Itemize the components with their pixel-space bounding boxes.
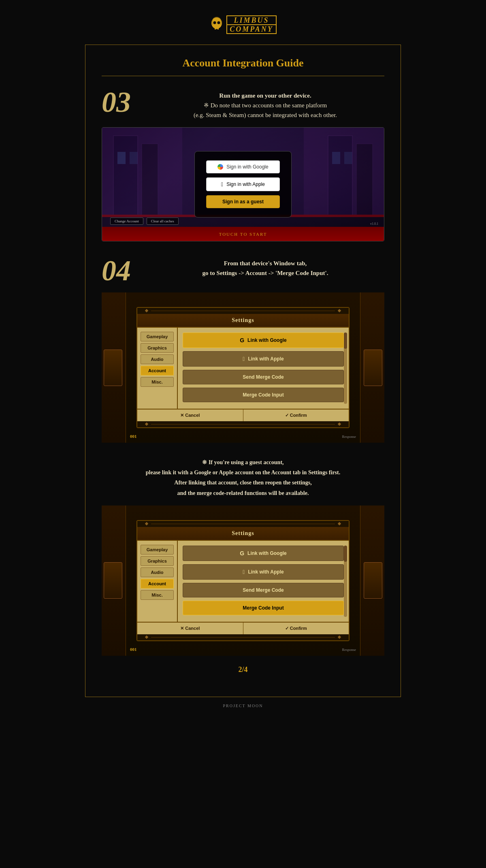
google-g-icon-1: G bbox=[240, 337, 244, 343]
settings-bottom-deco bbox=[137, 421, 349, 427]
cancel-btn-1[interactable]: ✕ Cancel bbox=[137, 409, 243, 421]
clear-caches-btn[interactable]: Clear all caches bbox=[147, 218, 179, 225]
change-account-btn[interactable]: Change Account bbox=[110, 218, 143, 225]
settings-main-1: G Link with Google  Link with Apple Sen… bbox=[178, 328, 349, 409]
note-line4: and the merge code-related functions wil… bbox=[102, 488, 384, 498]
settings-title-2: Settings bbox=[137, 527, 349, 541]
deco-diamond-3 bbox=[145, 422, 148, 426]
note-line3: After linking that account, close then r… bbox=[102, 478, 384, 488]
settings-content-2: Gameplay Graphics Audio Account Misc. G … bbox=[137, 541, 349, 622]
sidebar-audio-1[interactable]: Audio bbox=[141, 354, 174, 364]
confirm-btn-1[interactable]: ✓ Confirm bbox=[243, 409, 349, 421]
svg-rect-6 bbox=[214, 26, 220, 27]
sidebar-misc-2[interactable]: Misc. bbox=[141, 590, 174, 600]
sidebar-account-2[interactable]: Account bbox=[141, 579, 174, 589]
login-screen: Sign in with Google  Sign in with Apple… bbox=[102, 128, 384, 241]
svg-point-2 bbox=[217, 21, 220, 24]
right-deco-2 bbox=[360, 505, 384, 656]
response-2: Response bbox=[342, 648, 356, 652]
settings-scroll-2: G Link with Google  Link with Apple Sen… bbox=[183, 546, 344, 617]
left-deco bbox=[102, 292, 126, 443]
cancel-btn-2[interactable]: ✕ Cancel bbox=[137, 623, 243, 634]
link-google-label-2: Link with Google bbox=[247, 550, 287, 556]
send-merge-label-1: Send Merge Code bbox=[243, 374, 284, 380]
sidebar-graphics-2[interactable]: Graphics bbox=[141, 556, 174, 566]
login-modal: Sign in with Google  Sign in with Apple… bbox=[194, 151, 292, 218]
send-merge-btn-2[interactable]: Send Merge Code bbox=[183, 583, 344, 597]
deco-diamond-2 bbox=[338, 309, 341, 312]
step-03-line1: Run the game on your other device. bbox=[146, 91, 384, 100]
sidebar-audio-2[interactable]: Audio bbox=[141, 567, 174, 577]
step-03-line2: ※ Do note that two accounts on the same … bbox=[146, 100, 384, 110]
deco-line bbox=[151, 311, 335, 311]
note-line2: please link it with a Google or Apple ac… bbox=[102, 467, 384, 478]
skull-icon bbox=[209, 16, 224, 34]
header: LIMBUS COMPANY bbox=[73, 8, 413, 38]
merge-input-btn-2[interactable]: Merge Code Input bbox=[183, 601, 344, 615]
send-merge-label-2: Send Merge Code bbox=[243, 587, 284, 593]
settings-main-2: G Link with Google  Link with Apple Sen… bbox=[178, 541, 349, 622]
svg-rect-14 bbox=[117, 152, 126, 164]
footer-brand: PROJECT MOON bbox=[73, 704, 413, 708]
response-1: Response bbox=[342, 435, 356, 439]
link-google-btn-2[interactable]: G Link with Google bbox=[183, 546, 344, 561]
step-04-text: From that device's Window tab, go to Set… bbox=[146, 256, 384, 278]
apple-icon-1:  bbox=[243, 356, 245, 362]
settings-sidebar-1: Gameplay Graphics Audio Account Misc. bbox=[137, 328, 178, 409]
link-google-btn-1[interactable]: G Link with Google bbox=[183, 333, 344, 348]
scrollbar-thumb-1 bbox=[344, 333, 347, 349]
settings-panel-1: Settings Gameplay Graphics Audio Account… bbox=[136, 307, 350, 428]
note-text: ※ If you're using a guest account, pleas… bbox=[102, 457, 384, 498]
content-box: Account Integration Guide 03 Run the gam… bbox=[85, 45, 401, 697]
unit-num-2: 001 bbox=[130, 647, 137, 652]
merge-input-btn-1[interactable]: Merge Code Input bbox=[183, 388, 344, 402]
svg-point-1 bbox=[213, 21, 216, 24]
deco-diamond-7 bbox=[145, 636, 148, 639]
sidebar-account-1[interactable]: Account bbox=[141, 366, 174, 375]
settings-scroll-1: G Link with Google  Link with Apple Sen… bbox=[183, 333, 344, 404]
logo-container: LIMBUS COMPANY bbox=[73, 15, 413, 34]
deco-diamond-5 bbox=[145, 522, 148, 525]
step-03-header: 03 Run the game on your other device. ※ … bbox=[102, 87, 384, 120]
char-left bbox=[104, 350, 122, 386]
step-03-number: 03 bbox=[102, 87, 138, 117]
google-g-icon-2: G bbox=[240, 550, 244, 557]
sidebar-misc-1[interactable]: Misc. bbox=[141, 377, 174, 387]
logo-text-block: LIMBUS COMPANY bbox=[226, 15, 277, 34]
send-merge-btn-1[interactable]: Send Merge Code bbox=[183, 370, 344, 384]
settings-bottom-deco-2 bbox=[137, 634, 349, 640]
deco-diamond-8 bbox=[338, 636, 341, 639]
sidebar-graphics-1[interactable]: Graphics bbox=[141, 343, 174, 353]
right-deco bbox=[360, 292, 384, 443]
logo-top: LIMBUS bbox=[226, 15, 277, 25]
unit-num-1: 001 bbox=[130, 434, 137, 439]
confirm-btn-2[interactable]: ✓ Confirm bbox=[243, 623, 349, 634]
sign-in-google-button[interactable]: Sign in with Google bbox=[206, 160, 280, 173]
link-apple-btn-2[interactable]:  Link with Apple bbox=[183, 564, 344, 580]
deco-diamond-1 bbox=[145, 309, 148, 312]
left-deco-2 bbox=[102, 505, 126, 656]
settings-panel-2: Settings Gameplay Graphics Audio Account… bbox=[136, 520, 350, 641]
link-apple-btn-1[interactable]:  Link with Apple bbox=[183, 351, 344, 367]
sidebar-gameplay-2[interactable]: Gameplay bbox=[141, 545, 174, 554]
sidebar-gameplay-1[interactable]: Gameplay bbox=[141, 332, 174, 341]
link-google-label-1: Link with Google bbox=[247, 337, 287, 343]
sign-in-google-label: Sign in with Google bbox=[226, 164, 268, 170]
version-text: v1.0.1 bbox=[370, 222, 378, 226]
char-right bbox=[364, 350, 382, 386]
page-indicator: 2/4 bbox=[102, 665, 384, 674]
char-left-2 bbox=[104, 562, 122, 599]
sign-in-apple-button[interactable]:  Sign in with Apple bbox=[206, 177, 280, 191]
step-03-text: Run the game on your other device. ※ Do … bbox=[146, 87, 384, 120]
step-03-line3: (e.g. Steam & Steam) cannot be integrate… bbox=[146, 110, 384, 120]
divider bbox=[102, 76, 384, 76]
link-apple-label-1: Link with Apple bbox=[248, 356, 284, 362]
step-04-line2: go to Settings -> Account -> 'Merge Code… bbox=[146, 268, 384, 278]
scrollbar-1[interactable] bbox=[344, 333, 347, 404]
scrollbar-2[interactable] bbox=[344, 546, 347, 617]
svg-rect-16 bbox=[332, 152, 340, 164]
bottom-buttons: Change Account Clear all caches bbox=[110, 218, 179, 225]
sign-in-guest-button[interactable]: Sign in as a guest bbox=[206, 195, 280, 208]
apple-icon-2:  bbox=[243, 569, 245, 575]
merge-input-label-2: Merge Code Input bbox=[243, 605, 284, 611]
